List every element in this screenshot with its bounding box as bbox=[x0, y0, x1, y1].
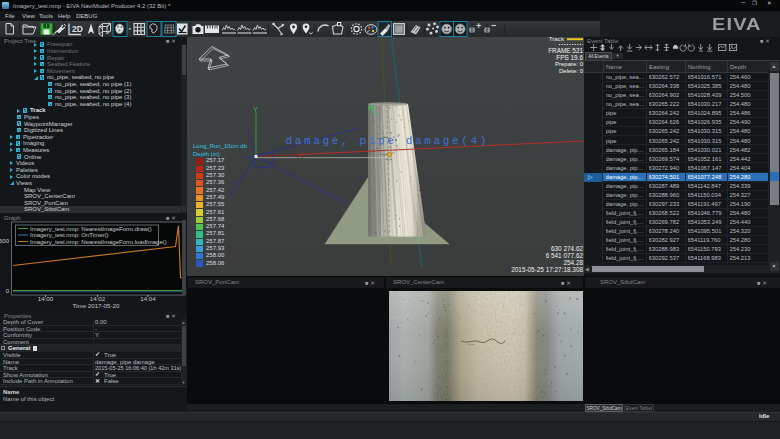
svg-text:Imagery_test.nmp: NearestImage: Imagery_test.nmp: NearestImageForm.loadI… bbox=[30, 239, 167, 245]
svg-text:Delete: 0: Delete: 0 bbox=[559, 68, 584, 74]
svg-text:FPS 19.6: FPS 19.6 bbox=[556, 54, 583, 61]
svg-text:14:02: 14:02 bbox=[90, 295, 106, 302]
svg-text:Imagery_test.nmp: NearestImage: Imagery_test.nmp: NearestImageForm.draw(… bbox=[30, 226, 152, 232]
svg-text:FRAME 521: FRAME 521 bbox=[548, 47, 583, 54]
svg-text:Imagery_test.nmp: OnTimer(): Imagery_test.nmp: OnTimer() bbox=[30, 232, 108, 238]
svg-text:damage, pipe damage(4): damage, pipe damage(4) bbox=[286, 135, 490, 147]
svg-text:Long_Run_10cm db: Long_Run_10cm db bbox=[193, 143, 248, 149]
svg-text:Depth (m): Depth (m) bbox=[193, 151, 220, 157]
svg-text:2015-05-25 17:27:18.308: 2015-05-25 17:27:18.308 bbox=[511, 266, 583, 273]
svg-text:Time 2017-05-20: Time 2017-05-20 bbox=[73, 302, 120, 309]
svg-text:Prepare: 0: Prepare: 0 bbox=[555, 61, 584, 67]
svg-text:14:04: 14:04 bbox=[140, 295, 156, 302]
svg-text:Y: Y bbox=[253, 105, 258, 114]
svg-text:630 274.62: 630 274.62 bbox=[551, 245, 583, 252]
svg-text:6 541 077.62: 6 541 077.62 bbox=[546, 252, 584, 259]
svg-text:14:00: 14:00 bbox=[38, 295, 54, 302]
svg-text:Track: Track bbox=[549, 37, 565, 42]
svg-text:500: 500 bbox=[0, 238, 10, 244]
svg-text:254.28: 254.28 bbox=[563, 259, 583, 266]
svg-text:0: 0 bbox=[6, 288, 10, 294]
svg-text:2D: 2D bbox=[72, 24, 83, 34]
